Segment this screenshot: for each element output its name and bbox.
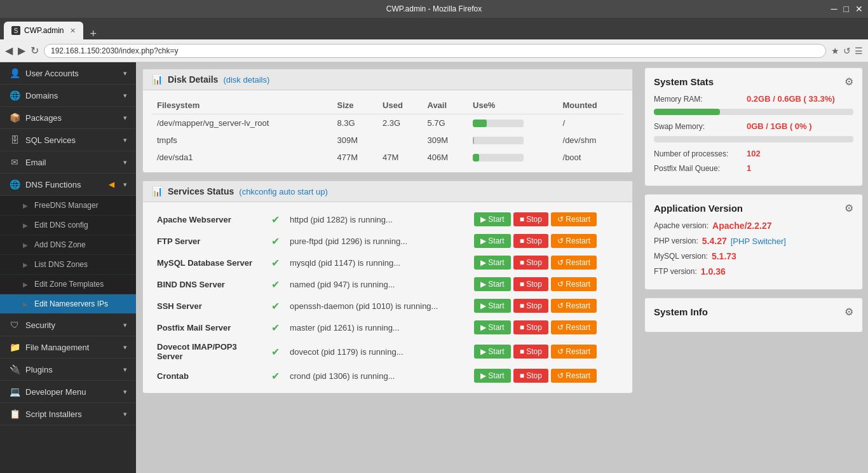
service-restart-button[interactable]: ↺ Restart (551, 369, 597, 383)
sidebar-subitem-list-dns-zones[interactable]: ▶ List DNS Zones (0, 255, 136, 275)
sidebar-item-sql-services[interactable]: 🗄 SQL Services ▾ (0, 129, 136, 151)
back-button[interactable]: ◀ (5, 45, 13, 57)
window-controls[interactable]: ─ □ ✕ (831, 4, 863, 14)
sidebar-item-dns-functions[interactable]: 🌐 DNS Functions ◀ ▾ (0, 174, 136, 196)
system-stats-gear-icon[interactable]: ⚙ (844, 76, 853, 88)
service-start-button[interactable]: ▶ Start (474, 234, 511, 248)
ftp-version-label: FTP version: (654, 267, 697, 276)
packages-arrow: ▾ (123, 114, 127, 122)
service-restart-button[interactable]: ↺ Restart (551, 277, 597, 291)
service-actions: ▶ Start ■ Stop ↺ Restart (469, 365, 623, 387)
system-info-gear-icon[interactable]: ⚙ (844, 306, 853, 318)
memory-row: Memory RAM: 0.2GB / 0.6GB ( 33.3%) (654, 94, 853, 104)
sidebar-item-packages[interactable]: 📦 Packages ▾ (0, 107, 136, 129)
service-start-button[interactable]: ▶ Start (474, 212, 511, 226)
service-restart-button[interactable]: ↺ Restart (551, 234, 597, 248)
sidebar-label-plugins: Plugins (25, 365, 118, 374)
col-filesystem: Filesystem (152, 97, 332, 114)
minimize-button[interactable]: ─ (831, 4, 837, 14)
sidebar-item-file-management[interactable]: 📁 File Management ▾ (0, 336, 136, 359)
sidebar-label-security: Security (25, 320, 118, 330)
apache-version-row: Apache version: Apache/2.2.27 (654, 221, 853, 231)
close-button[interactable]: ✕ (855, 4, 863, 14)
service-restart-button[interactable]: ↺ Restart (551, 320, 597, 334)
sidebar-item-security[interactable]: 🛡 Security ▾ (0, 314, 136, 336)
swap-value: 0GB / 1GB ( 0% ) (747, 121, 812, 131)
sidebar-subitem-add-dns-zone[interactable]: ▶ Add DNS Zone (0, 235, 136, 255)
developer-icon: 💻 (9, 387, 20, 397)
sidebar-subitem-freedns[interactable]: ▶ FreeDNS Manager (0, 196, 136, 216)
scripts-icon: 📋 (9, 409, 20, 419)
services-body: Apache Webserver ✔ httpd (pid 1282) is r… (143, 202, 632, 393)
service-restart-button[interactable]: ↺ Restart (551, 212, 597, 226)
col-used: Used (377, 97, 422, 114)
service-name: MySQL Database Server (152, 252, 266, 273)
service-table-row: SSH Server ✔ openssh-daemon (pid 1010) i… (152, 295, 623, 317)
disk-details-body: Filesystem Size Used Avail Use% Mounted … (143, 90, 632, 172)
app-version-gear-icon[interactable]: ⚙ (844, 202, 853, 214)
sidebar-item-plugins[interactable]: 🔌 Plugins ▾ (0, 359, 136, 381)
url-box[interactable]: 192.168.1.150:2030/index.php?chk=y (44, 44, 826, 58)
sidebar-subitem-edit-nameservers[interactable]: ▶ Edit Nameservers IPs (0, 294, 136, 314)
services-link[interactable]: (chkconfig auto start up) (239, 187, 327, 196)
service-name: Dovecot IMAP/POP3 Server (152, 338, 266, 365)
sidebar-label-domains: Domains (25, 91, 118, 100)
service-status-text: pure-ftpd (pid 1296) is running... (285, 230, 469, 252)
forward-button[interactable]: ▶ (18, 45, 25, 57)
active-tab[interactable]: S CWP.admin ✕ (4, 22, 83, 39)
disk-use-pct (468, 114, 558, 132)
reload-button[interactable]: ↻ (31, 45, 39, 57)
mysql-version-row: MySQL version: 5.1.73 (654, 251, 853, 261)
service-stop-button[interactable]: ■ Stop (513, 345, 548, 359)
service-restart-button[interactable]: ↺ Restart (551, 299, 597, 313)
service-table-row: BIND DNS Server ✔ named (pid 947) is run… (152, 273, 623, 295)
service-restart-button[interactable]: ↺ Restart (551, 345, 597, 359)
disk-details-title: Disk Details (168, 74, 218, 85)
right-panel: System Stats ⚙ Memory RAM: 0.2GB / 0.6GB… (639, 62, 868, 473)
service-start-button[interactable]: ▶ Start (474, 369, 511, 383)
sidebar-item-developer-menu[interactable]: 💻 Developer Menu ▾ (0, 381, 136, 403)
refresh-icon[interactable]: ↺ (843, 46, 851, 56)
service-stop-button[interactable]: ■ Stop (513, 320, 548, 334)
tab-bar: S CWP.admin ✕ + (0, 18, 868, 39)
php-switcher-link[interactable]: [PHP Switcher] (731, 236, 786, 246)
service-start-button[interactable]: ▶ Start (474, 277, 511, 291)
disk-details-link[interactable]: (disk details) (223, 75, 269, 85)
disk-filesystem: tmpfs (152, 132, 332, 149)
service-table-row: FTP Server ✔ pure-ftpd (pid 1296) is run… (152, 230, 623, 252)
freedns-label: FreeDNS Manager (34, 201, 98, 210)
php-version-value: 5.4.27 (702, 236, 727, 246)
postfix-row: Postfix Mail Queue: 1 (654, 163, 853, 173)
sidebar-subitem-edit-zone-templates[interactable]: ▶ Edit Zone Templates (0, 275, 136, 294)
disk-used (377, 132, 422, 149)
service-actions: ▶ Start ■ Stop ↺ Restart (469, 273, 623, 295)
service-restart-button[interactable]: ↺ Restart (551, 256, 597, 270)
menu-icon[interactable]: ☰ (855, 46, 863, 56)
service-actions: ▶ Start ■ Stop ↺ Restart (469, 338, 623, 365)
domains-icon: 🌐 (9, 90, 20, 100)
service-start-button[interactable]: ▶ Start (474, 345, 511, 359)
service-stop-button[interactable]: ■ Stop (513, 277, 548, 291)
sidebar-item-email[interactable]: ✉ Email ▾ (0, 151, 136, 174)
new-tab-button[interactable]: + (87, 28, 99, 39)
sidebar-item-user-accounts[interactable]: 👤 User Accounts ▾ (0, 62, 136, 85)
service-stop-button[interactable]: ■ Stop (513, 369, 548, 383)
star-icon[interactable]: ★ (831, 46, 839, 56)
ftp-version-row: FTP version: 1.0.36 (654, 266, 853, 277)
sidebar-item-domains[interactable]: 🌐 Domains ▾ (0, 85, 136, 107)
sidebar-subitem-edit-dns-config[interactable]: ▶ Edit DNS config (0, 216, 136, 235)
maximize-button[interactable]: □ (844, 4, 849, 14)
service-actions: ▶ Start ■ Stop ↺ Restart (469, 230, 623, 252)
swap-row: Swap Memory: 0GB / 1GB ( 0% ) (654, 121, 853, 131)
tab-close-button[interactable]: ✕ (70, 27, 76, 35)
sidebar-item-script-installers[interactable]: 📋 Script Installers ▾ (0, 403, 136, 425)
service-start-button[interactable]: ▶ Start (474, 256, 511, 270)
service-start-button[interactable]: ▶ Start (474, 299, 511, 313)
service-stop-button[interactable]: ■ Stop (513, 234, 548, 248)
service-stop-button[interactable]: ■ Stop (513, 212, 548, 226)
domains-arrow: ▾ (123, 92, 127, 100)
service-start-button[interactable]: ▶ Start (474, 320, 511, 334)
disk-table-row: /dev/mapper/vg_server-lv_root 8.3G 2.3G … (152, 114, 623, 132)
service-stop-button[interactable]: ■ Stop (513, 299, 548, 313)
service-stop-button[interactable]: ■ Stop (513, 256, 548, 270)
